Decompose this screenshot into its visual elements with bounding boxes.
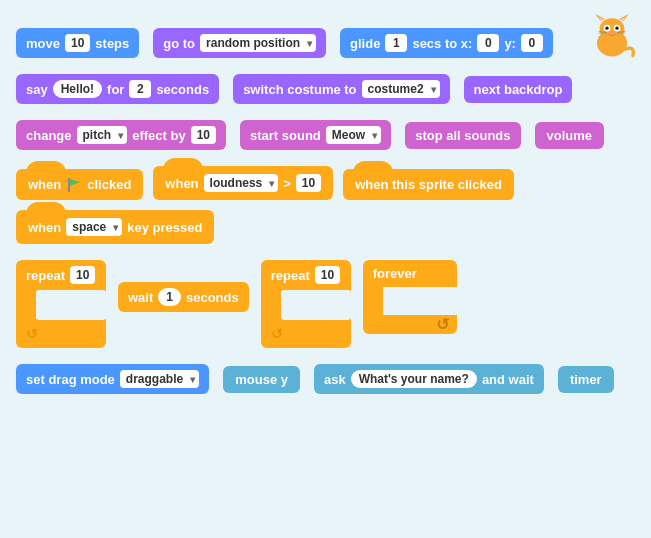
repeat2-block[interactable]: repeat 10 ↺ xyxy=(261,260,351,348)
forever-top: forever xyxy=(363,260,457,287)
repeat2-label: repeat xyxy=(271,268,310,283)
loudness-dropdown[interactable]: loudness xyxy=(204,174,279,192)
when-flag-label2: clicked xyxy=(87,177,131,192)
say-duration[interactable]: 2 xyxy=(129,80,151,98)
when-flag-block[interactable]: when clicked xyxy=(16,169,143,200)
say-value[interactable]: Hello! xyxy=(53,80,102,98)
row-5: repeat 10 ↺ wait 1 seconds repeat 10 xyxy=(16,260,635,348)
setdrag-dropdown[interactable]: draggable xyxy=(120,370,199,388)
next-backdrop-block[interactable]: next backdrop xyxy=(464,76,573,103)
forever-block[interactable]: forever ↺ xyxy=(363,260,457,334)
repeat1-middle xyxy=(16,290,106,320)
ask-block[interactable]: ask What's your name? and wait xyxy=(314,364,544,394)
when-key-label1: when xyxy=(28,220,61,235)
repeat1-block[interactable]: repeat 10 ↺ xyxy=(16,260,106,348)
change-dropdown[interactable]: pitch xyxy=(77,126,128,144)
row-2: say Hello! for 2 seconds switch costume … xyxy=(16,74,635,104)
glide-block[interactable]: glide 1 secs to x: 0 y: 0 xyxy=(340,28,553,58)
goto-label: go to xyxy=(163,36,195,51)
startsound-label: start sound xyxy=(250,128,321,143)
set-drag-block[interactable]: set drag mode draggable xyxy=(16,364,209,394)
repeat2-arrow: ↺ xyxy=(271,326,283,342)
when-key-label2: key pressed xyxy=(127,220,202,235)
loudness-gt: > xyxy=(283,176,291,191)
when-sprite-block[interactable]: when this sprite clicked xyxy=(343,169,514,200)
when-sprite-label: when this sprite clicked xyxy=(355,177,502,192)
stopall-label: stop all sounds xyxy=(415,128,510,143)
glide-value[interactable]: 1 xyxy=(385,34,407,52)
when-loudness-block[interactable]: when loudness > 10 xyxy=(153,166,333,200)
move-value[interactable]: 10 xyxy=(65,34,90,52)
scratch-cat-icon xyxy=(587,14,637,59)
change-label: change xyxy=(26,128,72,143)
wait-value[interactable]: 1 xyxy=(158,288,181,306)
forever-bottom: ↺ xyxy=(363,315,457,334)
volume-block: volume xyxy=(535,122,605,149)
say-suffix: seconds xyxy=(156,82,209,97)
svg-marker-16 xyxy=(70,179,80,186)
glide-y[interactable]: 0 xyxy=(521,34,543,52)
wait-suffix: seconds xyxy=(186,290,239,305)
wait-block[interactable]: wait 1 seconds xyxy=(118,282,249,312)
startsound-dropdown[interactable]: Meow xyxy=(326,126,381,144)
when-key-block[interactable]: when space key pressed xyxy=(16,210,214,244)
say-label: say xyxy=(26,82,48,97)
move-label: move xyxy=(26,36,60,51)
svg-point-8 xyxy=(605,26,608,29)
move-suffix: steps xyxy=(95,36,129,51)
timer-block: timer xyxy=(558,366,614,393)
key-dropdown[interactable]: space xyxy=(66,218,122,236)
mouse-y-block: mouse y xyxy=(223,366,300,393)
switch-costume-block[interactable]: switch costume to costume2 xyxy=(233,74,449,104)
ask-value[interactable]: What's your name? xyxy=(351,370,477,388)
svg-point-9 xyxy=(615,26,618,29)
forever-middle xyxy=(363,287,457,315)
svg-point-10 xyxy=(610,31,613,33)
repeat2-bottom: ↺ xyxy=(261,320,351,348)
svg-rect-15 xyxy=(68,178,70,192)
ask-suffix: and wait xyxy=(482,372,534,387)
svg-point-1 xyxy=(600,18,625,40)
mousey-label: mouse y xyxy=(235,372,288,387)
forever-arrow: ↺ xyxy=(436,315,449,334)
next-label: next backdrop xyxy=(474,82,563,97)
wait-label: wait xyxy=(128,290,153,305)
say-block[interactable]: say Hello! for 2 seconds xyxy=(16,74,219,104)
repeat2-value[interactable]: 10 xyxy=(315,266,340,284)
glide-ylabel: y: xyxy=(504,36,516,51)
repeat2-middle xyxy=(261,290,351,320)
repeat1-top: repeat 10 xyxy=(16,260,106,290)
repeat1-label: repeat xyxy=(26,268,65,283)
row-4: when clicked when loudness > 10 when thi… xyxy=(16,166,635,244)
forever-label: forever xyxy=(373,266,417,281)
volume-label: volume xyxy=(547,128,593,143)
change-effect-block[interactable]: change pitch effect by 10 xyxy=(16,120,226,150)
glide-mid: secs to x: xyxy=(412,36,472,51)
row-3: change pitch effect by 10 start sound Me… xyxy=(16,120,635,150)
row-6: set drag mode draggable mouse y ask What… xyxy=(16,364,635,394)
when-flag-label1: when xyxy=(28,177,61,192)
start-sound-block[interactable]: start sound Meow xyxy=(240,120,391,150)
goto-dropdown[interactable]: random position xyxy=(200,34,316,52)
say-for: for xyxy=(107,82,124,97)
loudness-value[interactable]: 10 xyxy=(296,174,321,192)
ask-label: ask xyxy=(324,372,346,387)
setdrag-label: set drag mode xyxy=(26,372,115,387)
glide-x[interactable]: 0 xyxy=(477,34,499,52)
switch-dropdown[interactable]: costume2 xyxy=(362,80,440,98)
svg-marker-3 xyxy=(619,14,629,21)
glide-label: glide xyxy=(350,36,380,51)
svg-marker-2 xyxy=(595,14,605,21)
flag-icon xyxy=(66,178,82,192)
change-mid: effect by xyxy=(132,128,185,143)
timer-label: timer xyxy=(570,372,602,387)
row-1: move 10 steps go to random position glid… xyxy=(16,28,635,58)
change-value[interactable]: 10 xyxy=(191,126,216,144)
repeat1-arrow: ↺ xyxy=(26,326,38,342)
stop-all-sounds-block[interactable]: stop all sounds xyxy=(405,122,520,149)
move-block[interactable]: move 10 steps xyxy=(16,28,139,58)
goto-block[interactable]: go to random position xyxy=(153,28,326,58)
switch-label: switch costume to xyxy=(243,82,356,97)
when-loudness-label1: when xyxy=(165,176,198,191)
repeat1-value[interactable]: 10 xyxy=(70,266,95,284)
